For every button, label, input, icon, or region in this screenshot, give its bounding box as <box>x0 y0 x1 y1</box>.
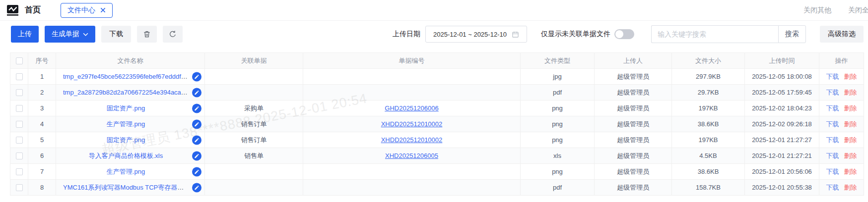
download-button[interactable]: 下载 <box>101 26 131 43</box>
close-all-button[interactable]: 关闭全部 <box>848 6 868 15</box>
search-button[interactable]: 搜索 <box>778 25 806 43</box>
doc-number-link[interactable]: XHD20251206005 <box>385 152 438 159</box>
file-size-cell: 158.7KB <box>672 180 745 196</box>
row-download-link[interactable]: 下载 <box>826 89 839 96</box>
refresh-button[interactable] <box>163 26 183 43</box>
file-name-link[interactable]: 固定资产.png <box>107 136 145 144</box>
file-type-cell: jpg <box>521 69 595 85</box>
row-checkbox[interactable] <box>16 73 23 80</box>
file-name-link[interactable]: 导入客户商品价格模板.xls <box>89 152 163 159</box>
actions-cell: 下载删除 <box>819 101 864 116</box>
doc-type-cell <box>205 85 303 101</box>
toolbar: 上传 生成单据 下载 上传日期 2025-12-01 ~ 2025-12-10 <box>0 21 868 48</box>
trash-icon <box>143 30 151 38</box>
home-menu[interactable]: 首页 <box>25 5 41 15</box>
doc-number-cell: GHD20251206006 <box>303 101 521 116</box>
table-row: 1 tmp_e297fe45bce56223596febef67edddf6..… <box>10 69 864 85</box>
row-delete-link[interactable]: 删除 <box>844 89 857 96</box>
toggle-knob <box>615 30 623 38</box>
file-name-link[interactable]: tmp_e297fe45bce56223596febef67edddf6... <box>63 73 190 80</box>
row-delete-link[interactable]: 删除 <box>844 73 857 80</box>
doc-type-cell: 采购单 <box>205 101 303 116</box>
row-delete-link[interactable]: 删除 <box>844 136 857 144</box>
table-row: 2 tmp_2a28729b82d2a706672254e394aca2c...… <box>10 85 864 101</box>
edit-icon[interactable] <box>192 88 201 97</box>
uploader-cell: 超级管理员 <box>595 116 672 132</box>
row-index: 1 <box>28 69 56 85</box>
uploader-cell: 超级管理员 <box>595 132 672 148</box>
upload-time-cell: 2025-12-05 17:59:45 <box>745 85 819 101</box>
file-type-cell: xls <box>521 148 595 164</box>
actions-cell: 下载删除 <box>819 180 864 196</box>
edit-icon[interactable] <box>192 167 201 176</box>
select-all-checkbox[interactable] <box>16 57 23 64</box>
close-others-button[interactable]: 关闭其他 <box>803 6 831 15</box>
row-delete-link[interactable]: 删除 <box>844 120 857 128</box>
doc-type-cell: 销售订单 <box>205 116 303 132</box>
row-checkbox[interactable] <box>16 121 23 128</box>
doc-number-link[interactable]: XHDD202512010002 <box>381 120 443 128</box>
file-type-cell: png <box>521 132 595 148</box>
file-name-link[interactable]: 生产管理.png <box>107 168 145 175</box>
edit-icon[interactable] <box>192 72 201 81</box>
actions-cell: 下载删除 <box>819 148 864 164</box>
row-checkbox-cell <box>10 101 28 116</box>
row-checkbox[interactable] <box>16 184 23 191</box>
doc-number-cell: XHDD202512010002 <box>303 132 521 148</box>
file-name-link[interactable]: YMC161系列读写器Modbus TCP寄存器定... <box>63 184 189 191</box>
col-actions: 操作 <box>819 53 864 69</box>
only-unlinked-toggle[interactable] <box>614 29 634 39</box>
edit-icon[interactable] <box>192 119 201 129</box>
doc-number-cell <box>303 180 521 196</box>
file-size-cell: 38.6KB <box>672 116 745 132</box>
row-delete-link[interactable]: 删除 <box>844 184 857 191</box>
table-row: 5 固定资产.png 销售订单 XHDD202512010002 png 超级管… <box>10 132 864 148</box>
row-delete-link[interactable]: 删除 <box>844 104 857 112</box>
search-input[interactable] <box>651 25 778 43</box>
search-group: 搜索 <box>651 25 806 43</box>
row-checkbox[interactable] <box>16 152 23 159</box>
upload-date-label: 上传日期 <box>393 30 420 39</box>
edit-icon[interactable] <box>192 103 201 113</box>
actions-cell: 下载删除 <box>819 85 864 101</box>
row-download-link[interactable]: 下载 <box>826 168 839 175</box>
doc-number-link[interactable]: XHDD202512010002 <box>381 136 443 144</box>
row-checkbox[interactable] <box>16 168 23 175</box>
tab-close-icon[interactable] <box>100 7 106 13</box>
upload-time-cell: 2025-12-01 20:55:38 <box>745 180 819 196</box>
edit-icon[interactable] <box>192 183 201 192</box>
row-index: 2 <box>28 85 56 101</box>
row-delete-link[interactable]: 删除 <box>844 168 857 175</box>
upload-button[interactable]: 上传 <box>11 26 39 43</box>
row-download-link[interactable]: 下载 <box>826 104 839 112</box>
row-download-link[interactable]: 下载 <box>826 136 839 144</box>
row-checkbox[interactable] <box>16 105 23 112</box>
file-name-cell: 固定资产.png <box>56 132 205 148</box>
row-delete-link[interactable]: 删除 <box>844 152 857 159</box>
file-name-link[interactable]: 生产管理.png <box>107 120 145 128</box>
file-size-cell: 297.9KB <box>672 69 745 85</box>
advanced-filter-button[interactable]: 高级筛选 <box>820 26 864 43</box>
file-name-link[interactable]: tmp_2a28729b82d2a706672254e394aca2c... <box>63 89 193 96</box>
doc-number-cell: XHD20251206005 <box>303 148 521 164</box>
row-download-link[interactable]: 下载 <box>826 152 839 159</box>
date-range-picker[interactable]: 2025-12-01 ~ 2025-12-10 <box>425 26 527 43</box>
generate-doc-button[interactable]: 生成单据 <box>45 26 95 43</box>
row-checkbox[interactable] <box>16 137 23 144</box>
doc-number-link[interactable]: GHD20251206006 <box>385 104 438 112</box>
row-checkbox[interactable] <box>16 89 23 96</box>
file-name-cell: 生产管理.png <box>56 164 205 180</box>
row-index: 4 <box>28 116 56 132</box>
row-download-link[interactable]: 下载 <box>826 120 839 128</box>
only-unlinked-label: 仅显示未关联单据文件 <box>541 30 610 39</box>
uploader-cell: 超级管理员 <box>595 85 672 101</box>
row-download-link[interactable]: 下载 <box>826 184 839 191</box>
file-name-link[interactable]: 固定资产.png <box>107 104 145 112</box>
row-download-link[interactable]: 下载 <box>826 73 839 80</box>
edit-icon[interactable] <box>192 135 201 145</box>
tab-file-center[interactable]: 文件中心 <box>61 3 113 18</box>
select-all-cell <box>10 53 28 69</box>
edit-icon[interactable] <box>192 151 201 160</box>
delete-button[interactable] <box>137 26 157 43</box>
upload-time-cell: 2025-12-05 18:00:08 <box>745 69 819 85</box>
